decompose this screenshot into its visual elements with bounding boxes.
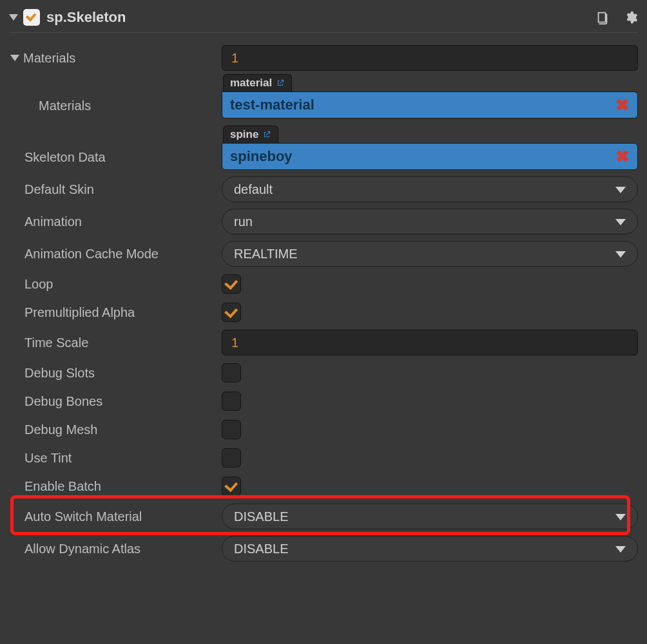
component-enable-checkbox[interactable]	[23, 9, 40, 26]
debug-mesh-row: Debug Mesh	[9, 415, 638, 444]
animation-row: Animation run	[9, 205, 638, 238]
materials-item-row: Materials material test-material ✖	[9, 74, 638, 122]
loop-label: Loop	[24, 277, 53, 292]
premultiplied-alpha-checkbox[interactable]	[222, 303, 241, 322]
debug-bones-row: Debug Bones	[9, 387, 638, 415]
use-tint-label: Use Tint	[24, 451, 72, 466]
cache-mode-label: Animation Cache Mode	[24, 247, 159, 261]
component-title: sp.Skeleton	[46, 9, 595, 26]
auto-switch-material-row: Auto Switch Material DISABLE	[9, 500, 638, 533]
gear-icon[interactable]	[624, 10, 638, 24]
debug-slots-label: Debug Slots	[24, 366, 95, 381]
debug-slots-row: Debug Slots	[9, 359, 638, 387]
auto-switch-material-dropdown[interactable]: DISABLE	[222, 504, 638, 529]
materials-count-input[interactable]	[222, 45, 638, 71]
open-link-icon[interactable]	[276, 79, 285, 88]
material-asset-field[interactable]: test-material ✖	[222, 91, 638, 118]
materials-item-label: Materials	[39, 99, 91, 113]
materials-foldout-icon[interactable]	[10, 55, 19, 61]
time-scale-row: Time Scale	[9, 327, 638, 359]
premultiplied-alpha-label: Premultiplied Alpha	[24, 305, 135, 320]
debug-bones-checkbox[interactable]	[222, 392, 241, 411]
clear-material-icon[interactable]: ✖	[615, 95, 630, 115]
skeleton-data-label: Skeleton Data	[24, 150, 106, 165]
material-type-tab: material	[223, 74, 292, 91]
loop-checkbox[interactable]	[222, 274, 241, 294]
enable-batch-label: Enable Batch	[24, 479, 101, 494]
use-tint-row: Use Tint	[9, 444, 638, 472]
time-scale-label: Time Scale	[24, 336, 88, 350]
debug-mesh-label: Debug Mesh	[24, 422, 97, 437]
auto-switch-material-label: Auto Switch Material	[24, 509, 142, 524]
open-link-icon[interactable]	[262, 130, 271, 139]
cache-mode-dropdown[interactable]: REALTIME	[222, 241, 638, 267]
materials-label: Materials	[23, 51, 75, 66]
enable-batch-row: Enable Batch	[9, 472, 638, 500]
collapse-toggle-icon[interactable]	[9, 14, 18, 21]
default-skin-dropdown[interactable]: default	[222, 176, 638, 202]
loop-row: Loop	[9, 270, 638, 298]
allow-dynamic-atlas-row: Allow Dynamic Atlas DISABLE	[9, 533, 638, 565]
allow-dynamic-atlas-dropdown[interactable]: DISABLE	[222, 536, 638, 562]
time-scale-input[interactable]	[222, 330, 638, 355]
animation-label: Animation	[24, 214, 82, 229]
check-icon	[26, 10, 37, 21]
inspector-panel: sp.Skeleton Materials Materials material	[0, 0, 647, 570]
allow-dynamic-atlas-label: Allow Dynamic Atlas	[24, 542, 140, 556]
premultiplied-alpha-row: Premultiplied Alpha	[9, 298, 638, 327]
default-skin-row: Default Skin default	[9, 173, 638, 205]
cache-mode-row: Animation Cache Mode REALTIME	[9, 238, 638, 270]
use-tint-checkbox[interactable]	[222, 448, 241, 468]
docs-icon[interactable]	[595, 10, 610, 24]
materials-row: Materials	[9, 42, 638, 74]
clear-skeleton-icon[interactable]: ✖	[615, 147, 630, 167]
skeleton-asset-field[interactable]: spineboy ✖	[222, 143, 638, 170]
default-skin-label: Default Skin	[24, 182, 94, 197]
animation-dropdown[interactable]: run	[222, 209, 638, 234]
debug-bones-label: Debug Bones	[24, 394, 102, 409]
spine-type-tab: spine	[223, 126, 278, 143]
skeleton-data-row: Skeleton Data spine spineboy ✖	[9, 122, 638, 173]
debug-slots-checkbox[interactable]	[222, 363, 241, 383]
debug-mesh-checkbox[interactable]	[222, 420, 241, 439]
enable-batch-checkbox[interactable]	[222, 477, 241, 496]
component-header: sp.Skeleton	[9, 5, 638, 33]
